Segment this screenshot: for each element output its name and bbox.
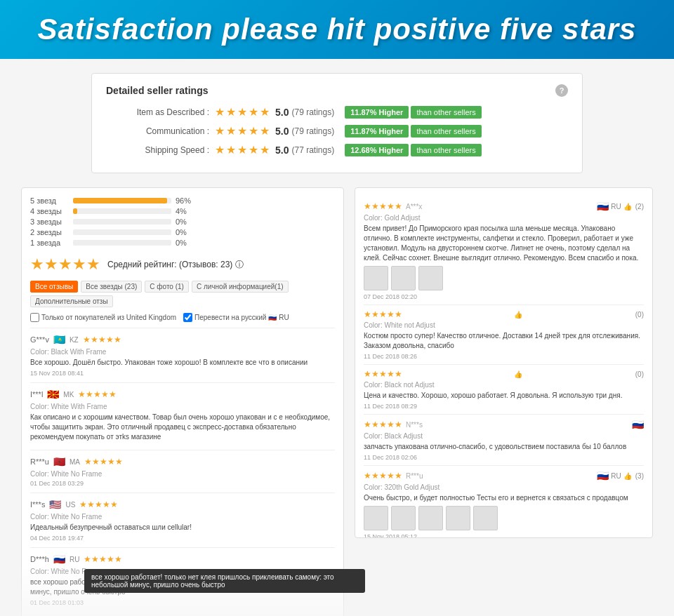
filter-personal-info[interactable]: С личной информацией(1) [192, 281, 289, 293]
reviewer-country-4: RU [70, 556, 79, 563]
only-uk-input[interactable] [30, 313, 39, 322]
rating-score-0: 5.0 [275, 107, 289, 118]
only-uk-label: Только от покупателей из United Kingdom [41, 314, 176, 321]
filter-with-photo[interactable]: С фото (1) [145, 281, 189, 293]
review-date-4: 01 Dec 2018 01:03 [30, 599, 335, 606]
reviewer-flag-0: 🇰🇿 [53, 334, 65, 345]
badge-higher-2: 12.68% Higher [345, 144, 409, 156]
main-content: Detailed seller ratings ? Item as Descri… [0, 59, 674, 616]
star-dist-pct-4: 4% [176, 207, 193, 215]
reviewer-country-0: KZ [70, 336, 79, 344]
reviewer-flag-2: 🇲🇦 [53, 456, 65, 467]
right-country-4: RU [611, 472, 621, 480]
left-panel: 5 звезд 96% 4 звезды 4% 3 звезды [21, 187, 344, 616]
review-date-2: 01 Dec 2018 03:29 [30, 480, 335, 487]
like-icon-1: 👍 [514, 311, 522, 319]
stars-0: ★★★★★ [215, 105, 271, 119]
avg-rating-section: ★★★★★ Средний рейтинг: (Отзывов: 23) ⓘ [30, 255, 335, 274]
reviewer-info-0: G***v 🇰🇿 KZ ★★★★★ [30, 334, 335, 345]
reviewer-info-4: D***h 🇷🇺 RU ★★★★★ [30, 554, 335, 565]
right-flag-4: 🇷🇺 [597, 470, 609, 481]
star-dist-bar-bg-4 [73, 208, 171, 214]
star-dist-bar-bg-5 [73, 198, 171, 203]
review-thumb-4-4 [473, 506, 498, 530]
filter-additional[interactable]: Дополнительные отзы [30, 295, 113, 307]
left-review-1: I***l 🇲🇰 MK ★★★★★ Color: White With Fram… [30, 382, 335, 450]
translate-input[interactable] [183, 313, 192, 322]
reviewer-flag-3: 🇺🇸 [49, 499, 61, 510]
right-reviewer-header-3: ★★★★★ N***s 🇷🇺 [364, 419, 644, 430]
review-thumb-0-1 [391, 266, 416, 290]
reviewer-info-1: I***l 🇲🇰 MK ★★★★★ [30, 389, 335, 400]
right-color-1: Color: White not Adjust [364, 321, 644, 329]
star-dist-label-1: 1 звезда [30, 239, 69, 247]
filter-all-stars[interactable]: Все звезды (23) [81, 281, 142, 293]
review-thumb-0-0 [364, 266, 388, 290]
reviewer-info-3: I***s 🇺🇸 US ★★★★★ [30, 499, 335, 510]
right-review-4: ★★★★★ R***u 🇷🇺 RU 👍 (3) Color: 320th Gol… [364, 466, 644, 538]
review-color-2: Color: White No Frame [30, 470, 335, 478]
star-dist-label-3: 3 звезды [30, 217, 69, 226]
review-stars-3: ★★★★★ [79, 500, 118, 509]
reviewer-name-4: D***h [30, 555, 49, 563]
ratings-title: Detailed seller ratings [106, 85, 209, 96]
review-thumb-4-2 [418, 506, 443, 530]
reviewer-name-1: I***l [30, 390, 43, 399]
translate-lang: RU [279, 314, 289, 321]
star-dist-pct-3: 0% [176, 217, 193, 226]
help-icon[interactable]: ? [555, 84, 568, 97]
star-dist-bar-bg-3 [73, 219, 171, 225]
star-dist-row-2: 2 звезды 0% [30, 228, 335, 236]
like-count-1: (0) [635, 311, 644, 319]
right-color-2: Color: Black not Adjust [364, 381, 644, 389]
right-images-0 [364, 266, 644, 290]
header-title: Satisfaction please hit positive five st… [38, 13, 637, 46]
right-stars-3: ★★★★★ [364, 420, 402, 429]
star-dist-row-4: 4 звезды 4% [30, 207, 335, 215]
filter-all-reviews[interactable]: Все отзывы [30, 281, 78, 293]
rating-row-communication: Communication : ★★★★★ 5.0 (79 ratings) 1… [106, 124, 568, 138]
review-text-3: Идеальный безупречный оставаться шли cel… [30, 523, 335, 533]
star-dist-row-3: 3 звезды 0% [30, 217, 335, 226]
review-color-3: Color: White No Frame [30, 513, 335, 521]
ratings-header: Detailed seller ratings ? [106, 84, 568, 97]
right-reviewer-header-1: ★★★★★ 👍 (0) [364, 309, 644, 319]
right-stars-1: ★★★★★ [364, 309, 402, 319]
right-reviewer-header-2: ★★★★★ 👍 (0) [364, 369, 644, 379]
rating-label-0: Item as Described : [106, 107, 215, 117]
translate-checkbox[interactable]: Перевести на русский 🇷🇺 RU [183, 313, 289, 322]
like-icon-0: 👍 [623, 203, 632, 210]
badge-other-0: than other sellers [411, 106, 481, 119]
right-text-0: Всем привет! До Приморского края посылка… [364, 224, 644, 263]
right-text-1: Костюм просто супер! Качество отличное. … [364, 331, 644, 351]
rating-row-item-described: Item as Described : ★★★★★ 5.0 (79 rating… [106, 105, 568, 119]
right-review-1: ★★★★★ 👍 (0) Color: White not Adjust Кост… [364, 305, 644, 365]
right-date-4: 15 Nov 2018 05:12 [364, 533, 644, 538]
right-date-0: 07 Dec 2018 02:20 [364, 293, 644, 300]
review-stars-2: ★★★★★ [84, 457, 123, 467]
right-review-3: ★★★★★ N***s 🇷🇺 Color: Black Adjust запча… [364, 415, 644, 466]
header-banner: Satisfaction please hit positive five st… [0, 0, 674, 59]
only-uk-checkbox[interactable]: Только от покупателей из United Kingdom [30, 313, 176, 322]
right-images-4 [364, 506, 644, 530]
filter-bar: Все отзывы Все звезды (23) С фото (1) С … [30, 281, 335, 307]
right-text-2: Цена и качество. Хорошо, хорошо работает… [364, 391, 644, 401]
star-dist-row-5: 5 звезд 96% [30, 196, 335, 205]
stars-2: ★★★★★ [215, 143, 271, 156]
right-review-2: ★★★★★ 👍 (0) Color: Black not Adjust Цена… [364, 365, 644, 415]
rating-score-1: 5.0 [275, 126, 289, 137]
review-date-3: 04 Dec 2018 19:47 [30, 535, 335, 542]
reviewer-country-1: MK [63, 391, 74, 399]
right-color-0: Color: Gold Adjust [364, 214, 644, 222]
rating-count-0: (79 ratings) [291, 107, 334, 117]
reviewer-name-0: G***v [30, 335, 49, 344]
translate-label: Перевести на русский [194, 314, 266, 321]
star-dist-bar-bg-1 [73, 240, 171, 246]
seller-ratings-box: Detailed seller ratings ? Item as Descri… [91, 73, 583, 173]
review-date-0: 15 Nov 2018 08:41 [30, 370, 335, 377]
star-dist-pct-1: 0% [176, 239, 193, 247]
reviewer-flag-1: 🇲🇰 [47, 389, 59, 400]
translate-flag: 🇷🇺 [268, 314, 277, 321]
review-thumb-4-3 [446, 506, 470, 530]
left-review-0: G***v 🇰🇿 KZ ★★★★★ Color: Black With Fram… [30, 328, 335, 382]
